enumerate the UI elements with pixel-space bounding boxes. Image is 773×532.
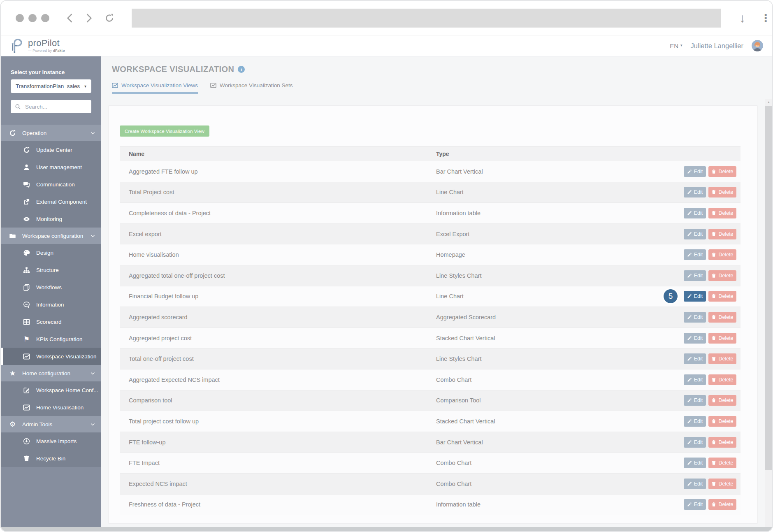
row-actions: EditDelete <box>684 208 741 218</box>
delete-button[interactable]: Delete <box>708 208 736 218</box>
delete-button[interactable]: Delete <box>708 479 736 489</box>
delete-button[interactable]: Delete <box>708 249 736 260</box>
search-input[interactable] <box>24 103 99 110</box>
edit-button[interactable]: Edit <box>684 249 706 260</box>
delete-button[interactable]: Delete <box>708 374 736 385</box>
delete-button[interactable]: Delete <box>708 499 736 510</box>
download-icon[interactable]: ↓ <box>739 12 745 24</box>
delete-button[interactable]: Delete <box>708 229 736 239</box>
row-actions: 5EditDelete <box>664 289 741 303</box>
edit-button[interactable]: Edit <box>684 208 706 218</box>
reload-icon[interactable] <box>104 12 115 24</box>
sidebar-item-workflows[interactable]: Workflows <box>1 279 101 296</box>
delete-button[interactable]: Delete <box>708 395 736 406</box>
edit-label: Edit <box>694 502 703 507</box>
info-icon[interactable]: i <box>238 66 245 73</box>
scroll-up-icon[interactable]: ▲ <box>765 99 772 106</box>
logo-link[interactable]: proPilot — Powered by dFakto <box>11 38 65 53</box>
edit-button[interactable]: Edit <box>684 374 706 385</box>
edit-label: Edit <box>694 252 703 258</box>
content-card: Create Workspace Visualization View Name… <box>108 105 758 524</box>
edit-button[interactable]: Edit <box>684 437 706 448</box>
sidebar-item-massive-imports[interactable]: Massive Imports <box>1 432 101 450</box>
sidebar-item-user-management[interactable]: User management <box>1 158 101 176</box>
delete-button[interactable]: Delete <box>708 437 736 448</box>
delete-button[interactable]: Delete <box>708 458 736 468</box>
sidebar-item-update-center[interactable]: Update Center <box>1 141 101 158</box>
edit-button[interactable]: Edit <box>684 187 706 197</box>
trash-icon <box>711 294 716 299</box>
delete-button[interactable]: Delete <box>708 187 736 197</box>
sidebar-item-workspace-home-conf[interactable]: Workspace Home Conf... <box>1 381 101 399</box>
sidebar-item-scorecard[interactable]: Scorecard <box>1 313 101 330</box>
delete-button[interactable]: Delete <box>708 270 736 281</box>
sidebar-item-home-visualisation[interactable]: Home Visualisation <box>1 399 101 416</box>
sidebar-item-workspace-visualization[interactable]: Workspace Visualization <box>1 348 101 365</box>
sidebar-item-kpis-configuration[interactable]: ⚑KPIs Configuration <box>1 330 101 348</box>
pencil-icon <box>687 460 692 465</box>
sidebar-section-admin-tools[interactable]: ⚙Admin Tools <box>1 416 101 432</box>
app-header: proPilot — Powered by dFakto EN ▾ Juliet… <box>1 35 772 56</box>
row-type: Combo Chart <box>436 460 684 466</box>
url-bar[interactable] <box>132 9 721 28</box>
edit-button[interactable]: Edit <box>684 291 706 302</box>
edit-button[interactable]: Edit <box>684 499 706 510</box>
instance-select[interactable]: TransformationPlan_sales ▾ <box>11 79 91 93</box>
sidebar-item-communication[interactable]: Communication <box>1 176 101 193</box>
column-header-name: Name <box>120 151 436 157</box>
language-selector[interactable]: EN ▾ <box>670 42 682 49</box>
sidebar-item-information[interactable]: Information <box>1 296 101 313</box>
pencil-icon <box>687 211 692 216</box>
horizontal-scrollbar[interactable] <box>1 527 772 531</box>
delete-button[interactable]: Delete <box>708 353 736 364</box>
sidebar-section-operation[interactable]: Operation <box>1 125 101 141</box>
delete-button[interactable]: Delete <box>708 416 736 427</box>
edit-button[interactable]: Edit <box>684 270 706 281</box>
sidebar-section-home-configuration[interactable]: ★Home configuration <box>1 365 101 381</box>
logo-title: proPilot <box>28 39 65 48</box>
sidebar-item-monitoring[interactable]: Monitoring <box>1 210 101 228</box>
forward-icon[interactable] <box>83 12 95 24</box>
sidebar-submenu: Workspace Home Conf...Home Visualisation <box>1 381 101 416</box>
sidebar-submenu: DesignStructureWorkflowsInformationScore… <box>1 244 101 365</box>
edit-button[interactable]: Edit <box>684 333 706 344</box>
logo-subtitle: — Powered by dFakto <box>28 49 65 53</box>
pencil-icon <box>687 481 692 486</box>
sidebar-item-label: Workspace Home Conf... <box>36 387 98 393</box>
views-table: Name Type Aggregated FTE follow upBar Ch… <box>120 146 741 515</box>
edit-button[interactable]: Edit <box>684 353 706 364</box>
edit-button[interactable]: Edit <box>684 312 706 323</box>
table-row: Freshness of data - ProjectInformation t… <box>120 495 741 516</box>
edit-button[interactable]: Edit <box>684 229 706 239</box>
create-view-button[interactable]: Create Workspace Visualization View <box>120 125 209 137</box>
kebab-menu-icon[interactable]: ⋮ <box>760 13 771 23</box>
page-title: WORKSPACE VISUALIZATION <box>112 65 234 74</box>
edit-label: Edit <box>694 189 703 195</box>
sidebar-item-recycle-bin[interactable]: Recycle Bin <box>1 450 101 467</box>
scrollbar-thumb[interactable] <box>765 106 772 470</box>
sidebar-section-workspace-configuration[interactable]: Workspace configuration <box>1 228 101 244</box>
tab-workspace-visualization-sets[interactable]: Workspace Visualization Sets <box>210 81 292 94</box>
user-menu[interactable]: Juliette Langellier <box>691 42 743 50</box>
edit-button[interactable]: Edit <box>684 458 706 468</box>
edit-button[interactable]: Edit <box>684 166 706 177</box>
tab-workspace-visualization-views[interactable]: Workspace Visualization Views <box>112 81 198 94</box>
delete-button[interactable]: Delete <box>708 166 736 177</box>
back-icon[interactable] <box>64 12 76 24</box>
vertical-scrollbar[interactable]: ▲ <box>765 99 772 527</box>
delete-button[interactable]: Delete <box>708 312 736 323</box>
delete-label: Delete <box>718 356 733 362</box>
edit-button[interactable]: Edit <box>684 395 706 406</box>
delete-button[interactable]: Delete <box>708 291 736 302</box>
sidebar-item-design[interactable]: Design <box>1 244 101 261</box>
delete-button[interactable]: Delete <box>708 333 736 344</box>
avatar[interactable] <box>752 40 763 51</box>
sidebar-item-external-component[interactable]: External Component <box>1 193 101 210</box>
edit-button[interactable]: Edit <box>684 479 706 489</box>
trash-icon <box>711 211 716 216</box>
pencil-icon <box>687 356 692 361</box>
sidebar-item-structure[interactable]: Structure <box>1 261 101 279</box>
edit-button[interactable]: Edit <box>684 416 706 427</box>
sidebar-section-label: Admin Tools <box>22 421 52 427</box>
row-name: Excel export <box>120 231 436 237</box>
